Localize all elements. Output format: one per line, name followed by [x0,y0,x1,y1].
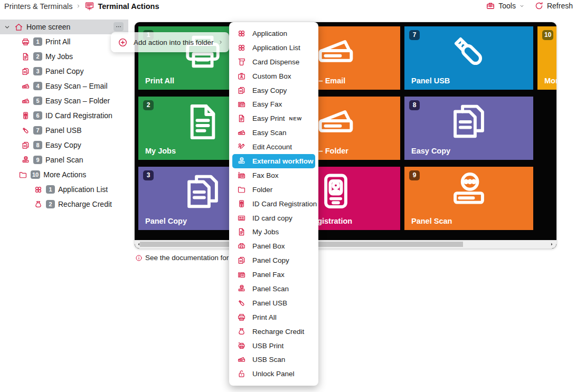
item-label: Application List [58,185,108,194]
item-label: My Jobs [45,52,73,61]
printer-icon [21,37,30,46]
sidebar-item-easy-scan-folder[interactable]: 5 Easy Scan – Folder [0,93,130,108]
ellipsis-icon [115,23,122,30]
toolbox-icon [486,1,495,11]
tile-label: Print All [145,77,174,85]
item-number-badge: 1 [33,37,42,46]
fax-icon [237,270,246,279]
app-grid-icon [237,43,246,52]
sidebar-item-easy-copy[interactable]: 8 Easy Copy [0,138,130,152]
menu-item-label: Fax Box [252,171,279,179]
menu-item-label: Application [252,30,287,37]
menu-item-id-card-registration[interactable]: ID Card Registration [229,197,318,211]
menu-item-id-card-copy[interactable]: ID card copy [229,211,318,225]
copy-icon [21,67,30,76]
tile-label: Easy Copy [411,147,450,155]
tools-button[interactable]: Tools [486,1,525,11]
menu-item-panel-box[interactable]: Panel Box [229,239,318,253]
top-bar: Printers & Terminals Terminal Actions To… [0,0,576,14]
pen-user-icon [237,142,246,151]
card-dispense-icon [237,58,246,66]
item-label: Easy Scan – Folder [45,97,110,105]
menu-item-usb-print[interactable]: USB Print [229,339,318,353]
terminal-actions-page: { "topbar": { "breadcrumb_root": "Printe… [0,0,576,392]
documentation-note-text: See the documentation for c [145,254,234,262]
menu-item-label: Print All [252,313,277,321]
menu-item-label: Easy Print [252,114,285,122]
sidebar-item-label: Home screen [26,23,70,31]
sidebar-item-easy-scan-email[interactable]: 4 Easy Scan – Email [0,79,130,93]
sidebar-item-recharge-credit[interactable]: 2 Recharge Credit [0,197,130,212]
horizontal-scrollbar[interactable] [135,240,556,248]
menu-item-print-all[interactable]: Print All [229,310,318,324]
usb-icon [21,126,30,135]
add-circle-icon [118,37,128,47]
menu-item-easy-scan[interactable]: Easy Scan [229,126,318,140]
menu-item-recharge-credit[interactable]: Recharge Credit [229,324,318,339]
sidebar-item-id-card-registration[interactable]: 6 ID Card Registration [0,108,130,123]
sidebar-item-home-screen[interactable]: Home screen [0,20,128,34]
tile-panel-scan[interactable]: 9 Panel Scan [404,167,533,230]
tile-panel-usb[interactable]: 7 Panel USB [404,26,533,90]
menu-item-panel-usb[interactable]: Panel USB [229,296,318,310]
sidebar-item-my-jobs[interactable]: 2 My Jobs [0,49,130,64]
sidebar-item-panel-copy[interactable]: 3 Panel Copy [0,64,130,79]
menu-item-easy-copy[interactable]: Easy Copy [229,83,318,98]
tile-more-actions[interactable]: 10 More Actions [537,26,556,90]
chevron-right-icon [218,39,224,45]
menu-item-unlock-panel[interactable]: Unlock Panel [229,367,318,381]
menu-item-label: Card Dispense [252,58,299,66]
menu-item-usb-scan[interactable]: USB Scan [229,352,318,367]
sidebar-item-panel-scan[interactable]: 9 Panel Scan [0,152,130,167]
add-action-menu-item[interactable]: Add action into this folder [111,32,229,52]
chevron-down-icon[interactable] [7,171,15,179]
menu-item-easy-fax[interactable]: Easy Fax [229,97,318,111]
item-label: Panel USB [45,126,81,135]
menu-item-folder[interactable]: Folder [229,183,318,197]
money-bag-icon [237,327,246,336]
menu-item-panel-scan[interactable]: Panel Scan [229,282,318,296]
menu-item-label: Easy Fax [252,100,282,108]
menu-item-label: Recharge Credit [252,328,304,336]
menu-item-fax-box[interactable]: Fax Box [229,168,318,183]
item-number-badge: 6 [33,111,42,120]
menu-item-custom-box[interactable]: Custom Box [229,69,318,83]
sidebar-item-more-actions[interactable]: 10 More Actions [0,167,130,182]
fax-icon [237,100,246,109]
menu-item-label: USB Scan [252,356,285,364]
menu-item-label: Unlock Panel [252,370,295,378]
menu-item-external-workflow[interactable]: External workflow [232,154,315,168]
menu-item-application[interactable]: Application [229,26,318,41]
menu-item-label: Panel Copy [252,256,289,264]
folder-icon [237,185,246,194]
tile-label: More Actions [544,77,556,85]
more-options-button[interactable] [114,22,124,31]
sidebar-item-application-list[interactable]: 1 Application List [0,182,130,197]
menu-item-panel-copy[interactable]: Panel Copy [229,253,318,267]
item-label: Panel Scan [45,156,83,164]
breadcrumb: Printers & Terminals Terminal Actions [4,1,159,11]
menu-item-edit-account[interactable]: Edit Account [229,140,318,154]
menu-item-label: Edit Account [252,143,292,151]
breadcrumb-link[interactable]: Printers & Terminals [4,2,72,11]
scroll-right-arrow[interactable] [549,242,554,247]
tile-number-badge: 9 [409,170,420,180]
usb-print-icon [237,341,246,350]
sidebar-item-panel-usb[interactable]: 7 Panel USB [0,123,130,138]
padlock-icon [237,369,246,378]
add-action-label: Add action into this folder [134,39,214,46]
tile-easy-copy[interactable]: 8 Easy Copy [404,97,533,160]
menu-item-easy-print[interactable]: Easy Print NEW [229,111,318,126]
menu-item-my-jobs[interactable]: My Jobs [229,225,318,239]
menu-item-application-list[interactable]: Application List [229,41,318,55]
refresh-button[interactable]: Refresh [534,1,573,11]
home-icon [14,23,23,32]
menu-item-label: Custom Box [252,72,291,80]
menu-item-label: Panel USB [252,299,287,307]
item-number-badge: 5 [33,97,42,105]
topbar-actions: Tools Refresh [486,1,573,11]
menu-item-card-dispense[interactable]: Card Dispense [229,55,318,69]
documentation-note: See the documentation for c [135,254,234,262]
menu-item-panel-fax[interactable]: Panel Fax [229,267,318,282]
chevron-down-icon[interactable] [3,23,11,31]
